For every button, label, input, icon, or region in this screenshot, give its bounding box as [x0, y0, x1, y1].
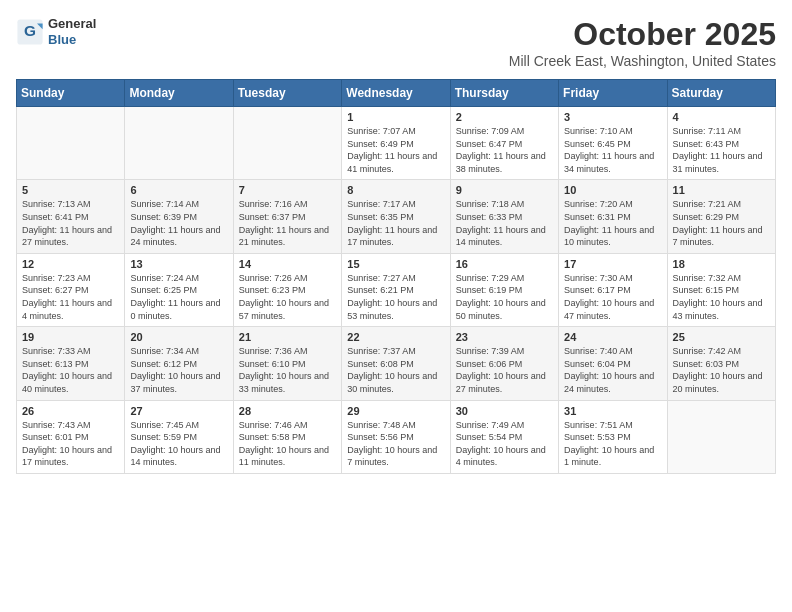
- day-info: Sunrise: 7:23 AM Sunset: 6:27 PM Dayligh…: [22, 272, 119, 322]
- day-cell: 5Sunrise: 7:13 AM Sunset: 6:41 PM Daylig…: [17, 180, 125, 253]
- logo: G General Blue: [16, 16, 96, 47]
- day-info: Sunrise: 7:20 AM Sunset: 6:31 PM Dayligh…: [564, 198, 661, 248]
- day-cell: 30Sunrise: 7:49 AM Sunset: 5:54 PM Dayli…: [450, 400, 558, 473]
- day-number: 23: [456, 331, 553, 343]
- day-cell: 31Sunrise: 7:51 AM Sunset: 5:53 PM Dayli…: [559, 400, 667, 473]
- week-row-1: 1Sunrise: 7:07 AM Sunset: 6:49 PM Daylig…: [17, 107, 776, 180]
- day-number: 12: [22, 258, 119, 270]
- day-info: Sunrise: 7:09 AM Sunset: 6:47 PM Dayligh…: [456, 125, 553, 175]
- day-number: 26: [22, 405, 119, 417]
- day-number: 28: [239, 405, 336, 417]
- day-number: 14: [239, 258, 336, 270]
- day-number: 30: [456, 405, 553, 417]
- day-number: 11: [673, 184, 770, 196]
- day-cell: 7Sunrise: 7:16 AM Sunset: 6:37 PM Daylig…: [233, 180, 341, 253]
- day-cell: 16Sunrise: 7:29 AM Sunset: 6:19 PM Dayli…: [450, 253, 558, 326]
- day-number: 7: [239, 184, 336, 196]
- day-info: Sunrise: 7:30 AM Sunset: 6:17 PM Dayligh…: [564, 272, 661, 322]
- day-cell: 14Sunrise: 7:26 AM Sunset: 6:23 PM Dayli…: [233, 253, 341, 326]
- weekday-header-sunday: Sunday: [17, 80, 125, 107]
- weekday-header-thursday: Thursday: [450, 80, 558, 107]
- day-number: 27: [130, 405, 227, 417]
- day-cell: 3Sunrise: 7:10 AM Sunset: 6:45 PM Daylig…: [559, 107, 667, 180]
- day-number: 17: [564, 258, 661, 270]
- weekday-header-wednesday: Wednesday: [342, 80, 450, 107]
- day-cell: 12Sunrise: 7:23 AM Sunset: 6:27 PM Dayli…: [17, 253, 125, 326]
- day-cell: 25Sunrise: 7:42 AM Sunset: 6:03 PM Dayli…: [667, 327, 775, 400]
- day-number: 29: [347, 405, 444, 417]
- day-info: Sunrise: 7:45 AM Sunset: 5:59 PM Dayligh…: [130, 419, 227, 469]
- day-cell: 28Sunrise: 7:46 AM Sunset: 5:58 PM Dayli…: [233, 400, 341, 473]
- day-number: 18: [673, 258, 770, 270]
- day-cell: 21Sunrise: 7:36 AM Sunset: 6:10 PM Dayli…: [233, 327, 341, 400]
- day-cell: 26Sunrise: 7:43 AM Sunset: 6:01 PM Dayli…: [17, 400, 125, 473]
- day-cell: 24Sunrise: 7:40 AM Sunset: 6:04 PM Dayli…: [559, 327, 667, 400]
- day-number: 22: [347, 331, 444, 343]
- day-cell: 9Sunrise: 7:18 AM Sunset: 6:33 PM Daylig…: [450, 180, 558, 253]
- day-info: Sunrise: 7:16 AM Sunset: 6:37 PM Dayligh…: [239, 198, 336, 248]
- day-info: Sunrise: 7:21 AM Sunset: 6:29 PM Dayligh…: [673, 198, 770, 248]
- day-number: 9: [456, 184, 553, 196]
- day-number: 4: [673, 111, 770, 123]
- day-number: 31: [564, 405, 661, 417]
- day-info: Sunrise: 7:36 AM Sunset: 6:10 PM Dayligh…: [239, 345, 336, 395]
- day-number: 25: [673, 331, 770, 343]
- header: G General Blue October 2025 Mill Creek E…: [16, 16, 776, 69]
- day-info: Sunrise: 7:48 AM Sunset: 5:56 PM Dayligh…: [347, 419, 444, 469]
- day-info: Sunrise: 7:11 AM Sunset: 6:43 PM Dayligh…: [673, 125, 770, 175]
- weekday-header-friday: Friday: [559, 80, 667, 107]
- svg-text:G: G: [24, 22, 36, 39]
- day-cell: 20Sunrise: 7:34 AM Sunset: 6:12 PM Dayli…: [125, 327, 233, 400]
- logo-general-text: General: [48, 16, 96, 32]
- day-info: Sunrise: 7:13 AM Sunset: 6:41 PM Dayligh…: [22, 198, 119, 248]
- title-area: October 2025 Mill Creek East, Washington…: [509, 16, 776, 69]
- day-info: Sunrise: 7:39 AM Sunset: 6:06 PM Dayligh…: [456, 345, 553, 395]
- day-info: Sunrise: 7:49 AM Sunset: 5:54 PM Dayligh…: [456, 419, 553, 469]
- calendar: SundayMondayTuesdayWednesdayThursdayFrid…: [16, 79, 776, 474]
- day-number: 21: [239, 331, 336, 343]
- day-cell: 17Sunrise: 7:30 AM Sunset: 6:17 PM Dayli…: [559, 253, 667, 326]
- day-number: 13: [130, 258, 227, 270]
- day-info: Sunrise: 7:33 AM Sunset: 6:13 PM Dayligh…: [22, 345, 119, 395]
- day-cell: 22Sunrise: 7:37 AM Sunset: 6:08 PM Dayli…: [342, 327, 450, 400]
- month-title: October 2025: [509, 16, 776, 53]
- day-cell: 10Sunrise: 7:20 AM Sunset: 6:31 PM Dayli…: [559, 180, 667, 253]
- logo-blue-text: Blue: [48, 32, 96, 48]
- weekday-header-monday: Monday: [125, 80, 233, 107]
- day-info: Sunrise: 7:27 AM Sunset: 6:21 PM Dayligh…: [347, 272, 444, 322]
- day-cell: 18Sunrise: 7:32 AM Sunset: 6:15 PM Dayli…: [667, 253, 775, 326]
- weekday-header-tuesday: Tuesday: [233, 80, 341, 107]
- location-title: Mill Creek East, Washington, United Stat…: [509, 53, 776, 69]
- day-cell: 15Sunrise: 7:27 AM Sunset: 6:21 PM Dayli…: [342, 253, 450, 326]
- day-cell: 27Sunrise: 7:45 AM Sunset: 5:59 PM Dayli…: [125, 400, 233, 473]
- day-number: 5: [22, 184, 119, 196]
- day-cell: [17, 107, 125, 180]
- day-info: Sunrise: 7:34 AM Sunset: 6:12 PM Dayligh…: [130, 345, 227, 395]
- day-number: 24: [564, 331, 661, 343]
- week-row-2: 5Sunrise: 7:13 AM Sunset: 6:41 PM Daylig…: [17, 180, 776, 253]
- day-number: 8: [347, 184, 444, 196]
- day-cell: [667, 400, 775, 473]
- day-info: Sunrise: 7:24 AM Sunset: 6:25 PM Dayligh…: [130, 272, 227, 322]
- day-number: 10: [564, 184, 661, 196]
- day-cell: 11Sunrise: 7:21 AM Sunset: 6:29 PM Dayli…: [667, 180, 775, 253]
- day-info: Sunrise: 7:40 AM Sunset: 6:04 PM Dayligh…: [564, 345, 661, 395]
- week-row-4: 19Sunrise: 7:33 AM Sunset: 6:13 PM Dayli…: [17, 327, 776, 400]
- day-cell: 1Sunrise: 7:07 AM Sunset: 6:49 PM Daylig…: [342, 107, 450, 180]
- day-cell: 29Sunrise: 7:48 AM Sunset: 5:56 PM Dayli…: [342, 400, 450, 473]
- day-number: 1: [347, 111, 444, 123]
- day-info: Sunrise: 7:42 AM Sunset: 6:03 PM Dayligh…: [673, 345, 770, 395]
- day-cell: 8Sunrise: 7:17 AM Sunset: 6:35 PM Daylig…: [342, 180, 450, 253]
- day-number: 19: [22, 331, 119, 343]
- day-cell: 13Sunrise: 7:24 AM Sunset: 6:25 PM Dayli…: [125, 253, 233, 326]
- day-info: Sunrise: 7:51 AM Sunset: 5:53 PM Dayligh…: [564, 419, 661, 469]
- day-info: Sunrise: 7:10 AM Sunset: 6:45 PM Dayligh…: [564, 125, 661, 175]
- day-info: Sunrise: 7:17 AM Sunset: 6:35 PM Dayligh…: [347, 198, 444, 248]
- day-cell: 4Sunrise: 7:11 AM Sunset: 6:43 PM Daylig…: [667, 107, 775, 180]
- day-info: Sunrise: 7:29 AM Sunset: 6:19 PM Dayligh…: [456, 272, 553, 322]
- day-number: 20: [130, 331, 227, 343]
- weekday-header-saturday: Saturday: [667, 80, 775, 107]
- day-cell: 19Sunrise: 7:33 AM Sunset: 6:13 PM Dayli…: [17, 327, 125, 400]
- week-row-3: 12Sunrise: 7:23 AM Sunset: 6:27 PM Dayli…: [17, 253, 776, 326]
- logo-text: General Blue: [48, 16, 96, 47]
